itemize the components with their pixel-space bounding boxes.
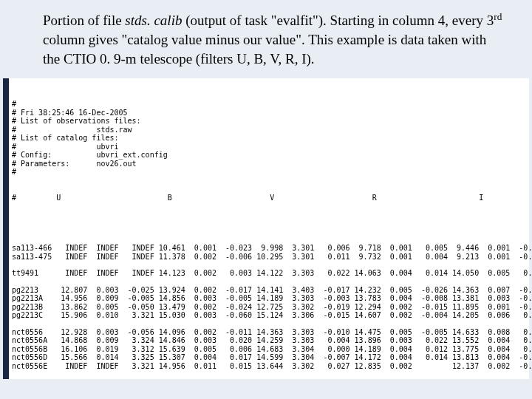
header-line: # List of observations files: — [3, 117, 529, 126]
data-row: pg2213B 13.862 0.005 -0.050 13.479 0.002… — [3, 303, 529, 312]
blank-line — [3, 261, 529, 269]
data-row: nct0556B 16.106 0.019 3.312 15.639 0.005… — [3, 345, 529, 354]
data-row: pg2213C 15.906 0.010 3.321 15.030 0.003 … — [3, 311, 529, 320]
header-line: # Config: ubvri_ext.config — [3, 151, 529, 160]
header-line: # Fri 38:25:46 16-Dec-2005 — [3, 109, 529, 117]
caption-p1: Portion of file — [43, 13, 125, 28]
header-line: # Parameters: nov26.out — [3, 160, 529, 168]
header-line: # — [3, 100, 529, 109]
caption-text: Portion of file stds. calib (output of t… — [0, 0, 532, 75]
blank-line — [3, 219, 529, 227]
blank-line — [3, 320, 529, 328]
header-line: # List of catalog files: — [3, 134, 529, 143]
data-row: pg2213A 14.956 0.009 -0.005 14.856 0.003… — [3, 294, 529, 303]
file-output: ## Fri 38:25:46 16-Dec-2005# List of obs… — [3, 78, 529, 379]
data-row: nct0556E INDEF INDEF 3.321 14.956 0.011 … — [3, 362, 529, 371]
data-body: sa113-466 INDEF INDEF INDEF 10.461 0.001… — [3, 244, 529, 370]
data-row: nct0556D 15.566 0.014 3.325 15.307 0.004… — [3, 353, 529, 362]
header-line: # ubvri — [3, 143, 529, 151]
caption-p2: (output of task "evalfit"). Starting in … — [182, 13, 494, 28]
data-row: sa113-475 INDEF INDEF INDEF 11.378 0.002… — [3, 253, 529, 262]
header-line: # stds.raw — [3, 126, 529, 134]
caption-filename: stds. calib — [125, 13, 182, 28]
data-row: sa113-466 INDEF INDEF INDEF 10.461 0.001… — [3, 244, 529, 253]
caption-sup: rd — [494, 11, 502, 22]
header-line: # — [3, 168, 529, 177]
data-row: pg2213 12.807 0.003 -0.025 13.924 0.002 … — [3, 286, 529, 295]
caption-p3: column gives "catalog value minus our va… — [43, 32, 486, 66]
blank-line — [3, 278, 529, 286]
data-row: nct0556A 14.868 0.009 3.324 14.846 0.003… — [3, 336, 529, 345]
data-row: nct0556 12.928 0.003 -0.056 14.096 0.002… — [3, 328, 529, 337]
data-row: tt9491 INDEF INDEF INDEF 14.123 0.002 0.… — [3, 269, 529, 278]
filter-header: # U B V R I — [3, 194, 529, 202]
header-block: ## Fri 38:25:46 16-Dec-2005# List of obs… — [3, 100, 529, 177]
